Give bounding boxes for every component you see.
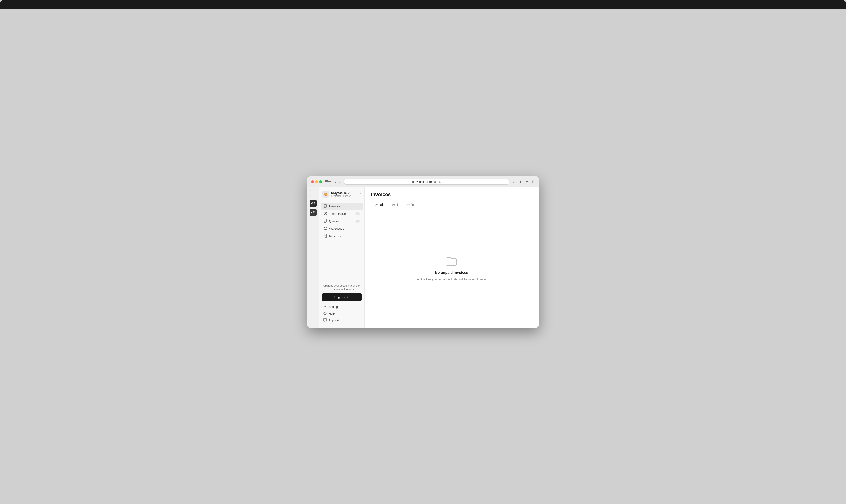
avatar-x22[interactable]: X22	[310, 209, 317, 216]
avatar-gs[interactable]: GS	[310, 200, 317, 207]
svg-rect-10	[325, 229, 326, 230]
tab-unpaid[interactable]: Unpaid	[371, 201, 388, 209]
forward-button[interactable]: ›	[339, 179, 342, 184]
traffic-lights	[311, 180, 322, 183]
upgrade-text: Upgrade your account to unlock more usef…	[322, 284, 362, 291]
empty-state-title: No unpaid invoices	[435, 271, 468, 275]
svg-point-15	[325, 314, 325, 314]
workspace-info: 🎨 Grayscales UI Kristoffer Eriksson	[323, 191, 351, 198]
sidebar-item-receipts[interactable]: Receipts	[321, 232, 363, 240]
sidebar-item-time-tracking-label: Time Tracking	[329, 212, 348, 215]
url-text: grayscales.internal	[412, 180, 436, 183]
main-content: Invoices Unpaid Paid Drafts	[365, 187, 539, 327]
refresh-button[interactable]: ↻	[438, 180, 441, 183]
app-content: + GS X22 🎨 Grayscales UI	[308, 187, 539, 327]
chat-icon	[323, 319, 327, 322]
sidebar-item-support[interactable]: Support	[322, 317, 362, 324]
sidebar-item-settings[interactable]: Settings	[322, 304, 362, 310]
screen: ‹ › grayscales.internal ↻ ⊕ ⬆ + ⧉ + GS	[0, 0, 846, 504]
sidebar-item-warehouse[interactable]: Warehouse	[321, 225, 363, 232]
traffic-light-red[interactable]	[311, 180, 314, 183]
sidebar-footer: Upgrade your account to unlock more usef…	[319, 281, 364, 327]
page-title: Invoices	[371, 192, 532, 198]
question-icon	[323, 312, 327, 316]
sidebar-toggle-button[interactable]	[325, 179, 331, 184]
sidebar-item-quotes-label: Quotes	[329, 219, 339, 223]
sidebar-header: 🎨 Grayscales UI Kristoffer Eriksson ⇄	[319, 187, 364, 200]
tabs-button[interactable]: ⧉	[531, 179, 535, 184]
traffic-light-green[interactable]	[319, 180, 322, 183]
sidebar-item-invoices-label: Invoices	[329, 204, 340, 208]
workspace-name: Grayscales UI	[331, 191, 351, 195]
quotes-doc-icon	[324, 219, 327, 223]
empty-state-subtitle: All the files you put in this folder wil…	[417, 277, 486, 281]
workspace-user: Kristoffer Eriksson	[331, 195, 351, 197]
traffic-light-yellow[interactable]	[315, 180, 318, 183]
gear-icon	[323, 305, 327, 309]
receipts-icon	[324, 234, 327, 238]
workspace-switch-button[interactable]: ⇄	[359, 192, 361, 196]
upgrade-button[interactable]: Upgrade ✦	[322, 293, 362, 301]
workspace-details: Grayscales UI Kristoffer Eriksson	[331, 191, 351, 197]
sidebar: 🎨 Grayscales UI Kristoffer Eriksson ⇄	[319, 187, 365, 327]
tab-bar: Unpaid Paid Drafts	[371, 201, 532, 209]
sidebar-nav: Invoices Time Tracking 2	[319, 200, 364, 281]
page-header: Invoices Unpaid Paid Drafts	[365, 187, 539, 209]
time-tracking-badge: 2	[355, 212, 360, 215]
share-button[interactable]: ⬆	[518, 179, 523, 184]
sidebar-item-help[interactable]: Help	[322, 310, 362, 317]
avatar-bar: + GS X22	[308, 187, 319, 327]
address-bar[interactable]: grayscales.internal ↻	[344, 179, 509, 185]
sidebar-item-quotes[interactable]: Quotes 4	[321, 217, 363, 225]
sidebar-item-invoices[interactable]: Invoices	[321, 202, 363, 210]
back-button[interactable]: ‹	[334, 179, 337, 184]
empty-folder-icon	[446, 256, 457, 266]
toolbar-actions: ⊕ ⬆ + ⧉	[512, 179, 535, 184]
workspace-icon: 🎨	[323, 191, 329, 198]
new-tab-button[interactable]: +	[525, 179, 529, 184]
add-workspace-button[interactable]: +	[310, 190, 316, 196]
warehouse-icon	[324, 227, 327, 231]
sidebar-item-time-tracking[interactable]: Time Tracking 2	[321, 210, 363, 217]
browser-controls: ‹ ›	[325, 179, 342, 184]
browser-window: ‹ › grayscales.internal ↻ ⊕ ⬆ + ⧉ + GS	[308, 177, 539, 327]
sidebar-support-label: Support	[329, 319, 339, 322]
clock-icon	[324, 212, 327, 216]
tab-paid[interactable]: Paid	[388, 201, 402, 209]
sidebar-item-receipts-label: Receipts	[329, 234, 341, 238]
sidebar-settings-label: Settings	[329, 305, 340, 308]
bookmark-button[interactable]: ⊕	[512, 179, 517, 184]
browser-toolbar: ‹ › grayscales.internal ↻ ⊕ ⬆ + ⧉	[308, 177, 539, 187]
quotes-badge: 4	[355, 220, 360, 223]
tab-drafts[interactable]: Drafts	[402, 201, 417, 209]
sidebar-item-warehouse-label: Warehouse	[329, 227, 344, 230]
svg-point-13	[324, 306, 325, 307]
main-body-empty-state: No unpaid invoices All the files you put…	[365, 209, 539, 327]
sidebar-help-label: Help	[329, 312, 335, 315]
doc-icon	[324, 204, 327, 209]
